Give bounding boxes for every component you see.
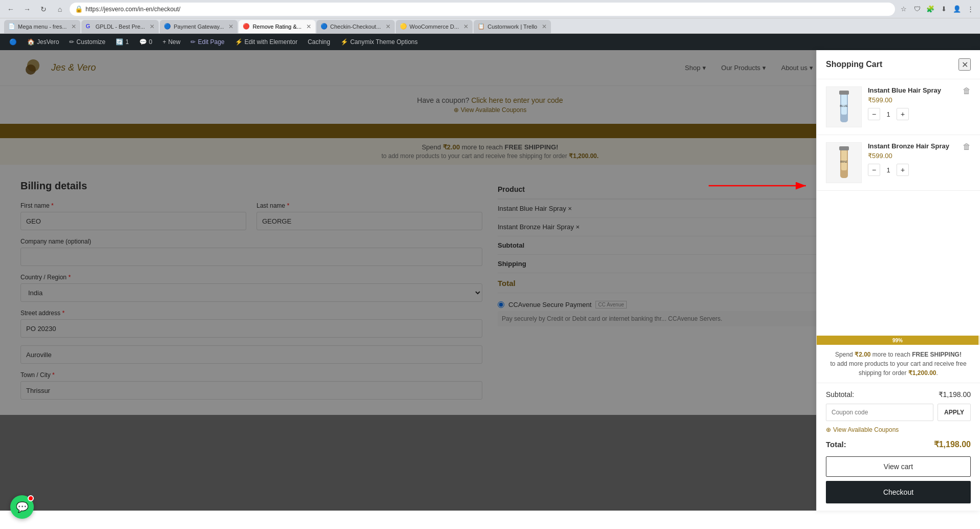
coupon-link[interactable]: Click here to enter your code [471,96,563,104]
tab-checkin[interactable]: 🔵 Checkin-Checkout... ✕ [316,20,395,33]
coupon-row: APPLY [826,404,971,421]
tab-label: Payment Gateway... [174,24,224,30]
total-label: Total [498,273,861,293]
logo-area: Jes & Vero [20,55,96,81]
wp-comments[interactable]: 💬 0 [134,34,158,50]
tab-favicon: 📄 [8,23,15,30]
logo-icon [20,55,46,81]
nav-shop[interactable]: Shop ▾ [685,64,706,72]
nav-about[interactable]: About us ▾ [781,64,813,72]
edit-page-label: Edit Page [198,38,224,46]
reload-button[interactable]: ↻ [37,3,50,16]
bookmark-icon[interactable]: ☆ [898,4,909,15]
shield-icon[interactable]: 🛡 [911,4,923,15]
back-button[interactable]: ← [4,3,17,16]
wp-edit-page[interactable]: ✏ Edit Page [185,34,229,50]
tab-mega-menu[interactable]: 📄 Mega menu - fres... ✕ [4,20,80,33]
tab-favicon: G [86,23,93,30]
required-star3: * [68,274,71,281]
wp-customize[interactable]: ✏ Customize [64,34,111,50]
tab-remove-rating[interactable]: 🔴 Remove Rating &... ✕ [239,20,315,33]
progress-order-amount: ₹1,200.00 [908,369,936,377]
nav-products[interactable]: Our Products ▾ [721,64,766,72]
svg-text:BRNZ: BRNZ [840,160,847,163]
download-icon[interactable]: ⬇ [938,4,949,15]
wp-logo[interactable]: 🔵 [4,34,22,50]
url-text: https://jesvero.com/in-en/checkout/ [86,6,180,13]
new-icon: + [162,38,166,46]
product-col-header: Product [498,180,861,199]
progress-more-label: more to reach [872,351,912,358]
coupon-input[interactable] [826,404,933,421]
qty-value2: 1 [883,166,893,174]
spend-amount: ₹2.00 [443,143,460,151]
checkout-button[interactable]: Checkout [826,481,971,503]
cart-item-image2: BRNZ [826,142,862,183]
delete-item-button[interactable]: 🗑 [963,86,971,96]
wp-caching[interactable]: Caching [303,34,335,50]
forward-button[interactable]: → [20,3,34,16]
progress-bar-fill: 99% [817,336,978,345]
svg-rect-6 [839,91,849,95]
delete-item-button2[interactable]: 🗑 [963,142,971,151]
view-available-coupons-link[interactable]: ⊕ View Available Coupons [826,426,971,433]
wp-new[interactable]: + New [157,34,185,50]
tab-close-icon[interactable]: ✕ [71,23,76,30]
cart-close-button[interactable]: ✕ [958,58,971,71]
progress-bar-container: 99% [817,336,980,345]
updates-count: 1 [125,38,129,46]
tab-gpldl[interactable]: G GPLDL - Best Pre... ✕ [81,20,159,33]
view-coupons-text: View Available Coupons [461,106,526,114]
qty-control2: − 1 + [868,164,956,176]
tab-favicon: 📋 [478,23,485,30]
total-value: ₹1,198.00 [934,439,971,449]
tab-close-icon[interactable]: ✕ [306,23,311,30]
view-coupons-icon: ⊕ [454,106,459,114]
tab-favicon: 🔵 [321,23,328,30]
tab-woocommerce[interactable]: 🟡 WooCommerce D... ✕ [396,20,473,33]
payment-radio[interactable] [498,301,504,308]
wp-updates[interactable]: 🔄 1 [111,34,134,50]
last-name-input[interactable] [257,212,482,230]
cart-header: Shopping Cart ✕ [817,50,980,79]
town-input[interactable] [20,381,482,400]
subtotal-label: Subtotal [498,236,861,255]
qty-increase-button[interactable]: + [897,108,909,120]
spend-label: Spend [422,143,443,151]
progress-amount: ₹2.00 [855,351,870,358]
wp-edit-elementor[interactable]: ⚡ Edit with Elementor [230,34,303,50]
tab-close-icon[interactable]: ✕ [228,23,233,30]
wp-canymix[interactable]: ⚡ Canymix Theme Options [335,34,423,50]
tab-payment[interactable]: 🔵 Payment Gateway... ✕ [160,20,238,33]
country-select[interactable]: India [20,283,482,302]
qty-decrease-button2[interactable]: − [868,164,880,176]
subtotal-value: ₹1,198.00 [939,390,971,399]
view-coupons-text: View Available Coupons [833,426,899,433]
menu-icon[interactable]: ⋮ [965,4,976,15]
profile-icon[interactable]: 👤 [951,4,963,15]
company-input[interactable] [20,248,482,266]
home-button[interactable]: ⌂ [53,3,67,16]
street-input[interactable] [20,319,482,338]
reach-label: more to reach [462,143,505,151]
tab-close-icon[interactable]: ✕ [542,23,547,30]
tab-trello[interactable]: 📋 Customwork | Trello ✕ [474,20,551,33]
view-cart-button[interactable]: View cart [826,456,971,477]
tab-close-icon[interactable]: ✕ [463,23,468,30]
wp-site-name[interactable]: 🏠 JesVero [22,34,64,50]
qty-decrease-button[interactable]: − [868,108,880,120]
tab-close-icon[interactable]: ✕ [150,23,155,30]
first-name-input[interactable] [20,212,246,230]
chat-bubble[interactable]: 💬 [10,495,34,519]
progress-spend-label: Spend [835,351,855,358]
qty-increase-button2[interactable]: + [897,164,909,176]
city-input[interactable] [20,345,482,364]
product-name-cell: Instant Blue Hair Spray × [498,199,861,218]
edit-page-icon: ✏ [190,38,196,46]
tab-close-icon[interactable]: ✕ [386,23,391,30]
extension-icon[interactable]: 🧩 [925,4,936,15]
tab-label: Mega menu - fres... [18,24,67,30]
address-bar[interactable]: 🔒 https://jesvero.com/in-en/checkout/ [70,3,895,16]
apply-coupon-button[interactable]: APPLY [938,404,971,421]
progress-free-shipping: FREE SHIPPING! [912,351,962,358]
